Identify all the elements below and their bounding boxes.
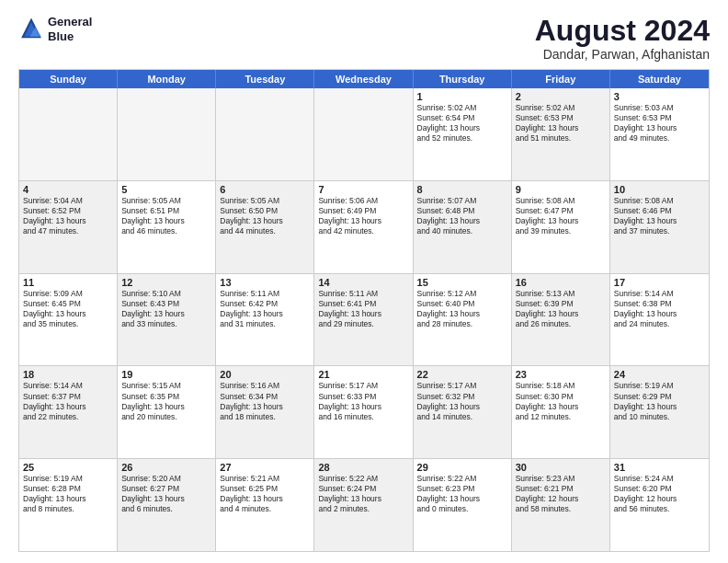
header: General Blue August 2024 Dandar, Parwan,…: [18, 15, 710, 62]
day-cell-2: 2Sunrise: 5:02 AMSunset: 6:53 PMDaylight…: [512, 88, 610, 180]
cell-info-line: and 8 minutes.: [23, 504, 113, 514]
day-cell-9: 9Sunrise: 5:08 AMSunset: 6:47 PMDaylight…: [512, 181, 610, 273]
day-number: 13: [220, 277, 310, 288]
cell-info-line: Sunset: 6:53 PM: [614, 113, 705, 123]
cell-info-line: Sunrise: 5:03 AM: [614, 103, 705, 113]
day-number: 2: [516, 91, 606, 102]
cell-info-line: Daylight: 13 hours: [318, 309, 408, 319]
day-number: 25: [23, 462, 113, 473]
cell-info-line: Sunrise: 5:22 AM: [417, 474, 507, 484]
header-day-thursday: Thursday: [414, 70, 512, 88]
day-number: 8: [417, 184, 507, 195]
cell-info-line: and 16 minutes.: [318, 412, 408, 422]
logo-icon: [18, 17, 44, 42]
logo-text: General Blue: [48, 15, 92, 43]
cell-info-line: Sunset: 6:33 PM: [318, 392, 408, 402]
cell-info-line: Daylight: 13 hours: [516, 123, 606, 133]
day-cell-23: 23Sunrise: 5:18 AMSunset: 6:30 PMDayligh…: [512, 366, 610, 458]
day-number: 19: [121, 369, 211, 380]
cell-info-line: and 49 minutes.: [614, 133, 705, 144]
day-number: 10: [614, 184, 705, 195]
cell-info-line: Daylight: 13 hours: [318, 216, 408, 226]
cell-info-line: Sunset: 6:39 PM: [516, 299, 606, 309]
cell-info-line: and 10 minutes.: [614, 412, 705, 422]
cell-info-line: Sunrise: 5:10 AM: [121, 289, 211, 299]
day-number: 20: [220, 369, 310, 380]
cell-info-line: and 37 minutes.: [614, 226, 705, 236]
cell-info-line: Sunset: 6:54 PM: [417, 113, 507, 123]
cell-info-line: Sunrise: 5:02 AM: [417, 103, 507, 113]
day-cell-14: 14Sunrise: 5:11 AMSunset: 6:41 PMDayligh…: [314, 274, 413, 366]
cell-info-line: Sunset: 6:52 PM: [23, 206, 113, 216]
cell-info-line: Sunset: 6:40 PM: [417, 299, 507, 309]
cell-info-line: Sunset: 6:51 PM: [121, 206, 211, 216]
cell-info-line: and 0 minutes.: [417, 504, 507, 514]
day-number: 5: [121, 184, 211, 195]
cell-info-line: Daylight: 13 hours: [614, 123, 705, 133]
day-cell-16: 16Sunrise: 5:13 AMSunset: 6:39 PMDayligh…: [512, 274, 610, 366]
cell-info-line: and 6 minutes.: [121, 504, 211, 514]
cell-info-line: Sunrise: 5:23 AM: [516, 474, 606, 484]
cell-info-line: Sunrise: 5:19 AM: [614, 381, 705, 391]
empty-cell-0-3: [314, 88, 413, 180]
cell-info-line: and 52 minutes.: [417, 133, 507, 144]
cell-info-line: Sunset: 6:21 PM: [516, 484, 606, 494]
day-cell-10: 10Sunrise: 5:08 AMSunset: 6:46 PMDayligh…: [610, 181, 709, 273]
day-number: 12: [121, 277, 211, 288]
day-number: 18: [23, 369, 113, 380]
cell-info-line: Sunrise: 5:08 AM: [614, 196, 705, 206]
cell-info-line: and 4 minutes.: [220, 504, 310, 514]
cell-info-line: and 35 minutes.: [23, 319, 113, 329]
cell-info-line: Sunset: 6:47 PM: [516, 206, 606, 216]
cell-info-line: Sunset: 6:25 PM: [220, 484, 310, 494]
day-number: 27: [220, 462, 310, 473]
cell-info-line: Daylight: 13 hours: [23, 216, 113, 226]
header-day-sunday: Sunday: [19, 70, 118, 88]
cell-info-line: Daylight: 13 hours: [220, 309, 310, 319]
day-number: 23: [516, 369, 606, 380]
cell-info-line: and 31 minutes.: [220, 319, 310, 329]
cell-info-line: Sunset: 6:30 PM: [516, 392, 606, 402]
day-cell-31: 31Sunrise: 5:24 AMSunset: 6:20 PMDayligh…: [610, 459, 709, 551]
cell-info-line: Sunset: 6:28 PM: [23, 484, 113, 494]
day-cell-15: 15Sunrise: 5:12 AMSunset: 6:40 PMDayligh…: [414, 274, 512, 366]
cell-info-line: and 2 minutes.: [318, 504, 408, 514]
cell-info-line: Sunset: 6:34 PM: [220, 392, 310, 402]
cell-info-line: Daylight: 13 hours: [220, 494, 310, 504]
cell-info-line: Sunrise: 5:21 AM: [220, 474, 310, 484]
cell-info-line: Sunrise: 5:11 AM: [318, 289, 408, 299]
cell-info-line: Daylight: 13 hours: [220, 402, 310, 412]
cell-info-line: Sunset: 6:48 PM: [417, 206, 507, 216]
day-cell-20: 20Sunrise: 5:16 AMSunset: 6:34 PMDayligh…: [216, 366, 314, 458]
cell-info-line: Daylight: 13 hours: [417, 402, 507, 412]
day-number: 4: [23, 184, 113, 195]
cell-info-line: Sunset: 6:20 PM: [614, 484, 705, 494]
cell-info-line: Sunset: 6:35 PM: [121, 392, 211, 402]
day-number: 9: [516, 184, 606, 195]
cell-info-line: Sunset: 6:45 PM: [23, 299, 113, 309]
cell-info-line: Sunrise: 5:22 AM: [318, 474, 408, 484]
cell-info-line: and 26 minutes.: [516, 319, 606, 329]
day-number: 22: [417, 369, 507, 380]
calendar: SundayMondayTuesdayWednesdayThursdayFrid…: [18, 69, 710, 552]
day-cell-27: 27Sunrise: 5:21 AMSunset: 6:25 PMDayligh…: [216, 459, 314, 551]
cell-info-line: Daylight: 13 hours: [121, 309, 211, 319]
logo: General Blue: [18, 15, 92, 43]
cell-info-line: and 29 minutes.: [318, 319, 408, 329]
cell-info-line: Sunrise: 5:13 AM: [516, 289, 606, 299]
cell-info-line: Sunrise: 5:05 AM: [121, 196, 211, 206]
cell-info-line: and 12 minutes.: [516, 412, 606, 422]
day-cell-6: 6Sunrise: 5:05 AMSunset: 6:50 PMDaylight…: [216, 181, 314, 273]
day-cell-29: 29Sunrise: 5:22 AMSunset: 6:23 PMDayligh…: [414, 459, 512, 551]
cell-info-line: Daylight: 13 hours: [318, 402, 408, 412]
cell-info-line: Daylight: 12 hours: [614, 494, 705, 504]
cell-info-line: Daylight: 12 hours: [516, 494, 606, 504]
cell-info-line: Sunrise: 5:19 AM: [23, 474, 113, 484]
cell-info-line: Sunrise: 5:11 AM: [220, 289, 310, 299]
day-cell-13: 13Sunrise: 5:11 AMSunset: 6:42 PMDayligh…: [216, 274, 314, 366]
empty-cell-0-2: [216, 88, 314, 180]
cell-info-line: and 39 minutes.: [516, 226, 606, 236]
cell-info-line: Daylight: 13 hours: [516, 216, 606, 226]
day-cell-19: 19Sunrise: 5:15 AMSunset: 6:35 PMDayligh…: [118, 366, 216, 458]
cell-info-line: Sunset: 6:32 PM: [417, 392, 507, 402]
